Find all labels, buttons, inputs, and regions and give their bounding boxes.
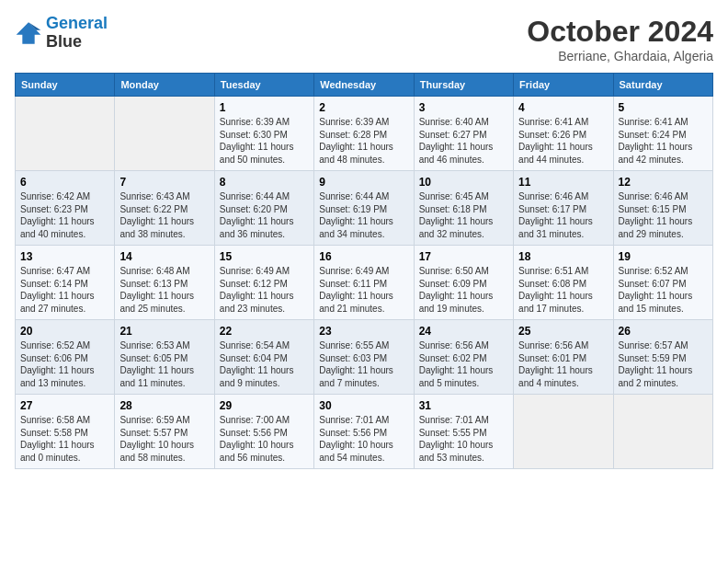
weekday-header-wednesday: Wednesday [314,74,414,97]
calendar-cell: 2 Sunrise: 6:39 AMSunset: 6:28 PMDayligh… [314,97,414,171]
cell-info: Sunrise: 6:59 AMSunset: 5:57 PMDaylight:… [119,414,209,464]
cell-info: Sunrise: 6:39 AMSunset: 6:28 PMDaylight:… [319,116,408,166]
cell-info: Sunrise: 6:50 AMSunset: 6:09 PMDaylight:… [419,265,508,315]
day-number: 3 [419,101,508,114]
day-number: 26 [619,325,708,338]
calendar-week-2: 6 Sunrise: 6:42 AMSunset: 6:23 PMDayligh… [16,171,713,246]
calendar-cell: 16 Sunrise: 6:49 AMSunset: 6:11 PMDaylig… [314,246,414,320]
calendar-cell: 11 Sunrise: 6:46 AMSunset: 6:17 PMDaylig… [514,171,613,246]
cell-info: Sunrise: 6:56 AMSunset: 6:02 PMDaylight:… [419,339,508,389]
title-block: October 2024 Berriane, Ghardaia, Algeria [527,15,713,63]
calendar-body: 1 Sunrise: 6:39 AMSunset: 6:30 PMDayligh… [16,97,713,469]
calendar-cell: 15 Sunrise: 6:49 AMSunset: 6:12 PMDaylig… [214,246,313,320]
day-number: 2 [319,101,408,114]
weekday-header-thursday: Thursday [414,74,513,97]
day-number: 12 [619,176,708,189]
day-number: 5 [619,101,708,114]
cell-info: Sunrise: 6:44 AMSunset: 6:19 PMDaylight:… [319,190,408,240]
calendar-cell: 17 Sunrise: 6:50 AMSunset: 6:09 PMDaylig… [414,246,513,320]
cell-info: Sunrise: 6:48 AMSunset: 6:13 PMDaylight:… [119,265,209,315]
weekday-header-monday: Monday [115,74,214,97]
calendar-cell: 3 Sunrise: 6:40 AMSunset: 6:27 PMDayligh… [414,97,513,171]
page-header: General Blue October 2024 Berriane, Ghar… [15,15,713,63]
calendar-week-5: 27 Sunrise: 6:58 AMSunset: 5:58 PMDaylig… [16,395,713,469]
day-number: 7 [119,176,209,189]
cell-info: Sunrise: 6:41 AMSunset: 6:26 PMDaylight:… [518,116,608,166]
cell-info: Sunrise: 7:01 AMSunset: 5:56 PMDaylight:… [319,414,408,464]
calendar-cell: 9 Sunrise: 6:44 AMSunset: 6:19 PMDayligh… [314,171,414,246]
cell-info: Sunrise: 6:45 AMSunset: 6:18 PMDaylight:… [419,190,508,240]
calendar-cell: 31 Sunrise: 7:01 AMSunset: 5:55 PMDaylig… [414,395,513,469]
cell-info: Sunrise: 6:58 AMSunset: 5:58 PMDaylight:… [20,414,109,464]
cell-info: Sunrise: 7:01 AMSunset: 5:55 PMDaylight:… [419,414,508,464]
calendar-cell: 30 Sunrise: 7:01 AMSunset: 5:56 PMDaylig… [314,395,414,469]
day-number: 17 [419,250,508,263]
cell-info: Sunrise: 6:54 AMSunset: 6:04 PMDaylight:… [220,339,309,389]
calendar-header: SundayMondayTuesdayWednesdayThursdayFrid… [16,74,713,97]
calendar-cell: 7 Sunrise: 6:43 AMSunset: 6:22 PMDayligh… [115,171,214,246]
day-number: 1 [220,101,309,114]
weekday-header-sunday: Sunday [16,74,115,97]
calendar-cell: 21 Sunrise: 6:53 AMSunset: 6:05 PMDaylig… [115,320,214,395]
calendar-cell: 27 Sunrise: 6:58 AMSunset: 5:58 PMDaylig… [16,395,115,469]
cell-info: Sunrise: 6:41 AMSunset: 6:24 PMDaylight:… [619,116,708,166]
weekday-row: SundayMondayTuesdayWednesdayThursdayFrid… [16,74,713,97]
calendar-week-4: 20 Sunrise: 6:52 AMSunset: 6:06 PMDaylig… [16,320,713,395]
cell-info: Sunrise: 6:52 AMSunset: 6:06 PMDaylight:… [20,339,109,389]
logo-text: General Blue [46,15,108,52]
cell-info: Sunrise: 6:42 AMSunset: 6:23 PMDaylight:… [20,190,109,240]
cell-info: Sunrise: 6:52 AMSunset: 6:07 PMDaylight:… [619,265,708,315]
logo-icon [15,19,42,47]
day-number: 22 [220,325,309,338]
day-number: 15 [220,250,309,263]
day-number: 30 [319,399,408,412]
cell-info: Sunrise: 6:53 AMSunset: 6:05 PMDaylight:… [119,339,209,389]
logo: General Blue [15,15,108,52]
calendar-cell: 1 Sunrise: 6:39 AMSunset: 6:30 PMDayligh… [214,97,313,171]
day-number: 27 [20,399,109,412]
cell-info: Sunrise: 6:40 AMSunset: 6:27 PMDaylight:… [419,116,508,166]
day-number: 18 [518,250,608,263]
cell-info: Sunrise: 6:49 AMSunset: 6:11 PMDaylight:… [319,265,408,315]
day-number: 29 [220,399,309,412]
cell-info: Sunrise: 6:39 AMSunset: 6:30 PMDaylight:… [220,116,309,166]
calendar-cell: 19 Sunrise: 6:52 AMSunset: 6:07 PMDaylig… [613,246,712,320]
calendar-cell: 10 Sunrise: 6:45 AMSunset: 6:18 PMDaylig… [414,171,513,246]
day-number: 20 [20,325,109,338]
day-number: 16 [319,250,408,263]
day-number: 9 [319,176,408,189]
day-number: 8 [220,176,309,189]
day-number: 11 [518,176,608,189]
cell-info: Sunrise: 6:43 AMSunset: 6:22 PMDaylight:… [119,190,209,240]
day-number: 6 [20,176,109,189]
calendar-cell: 22 Sunrise: 6:54 AMSunset: 6:04 PMDaylig… [214,320,313,395]
day-number: 14 [119,250,209,263]
calendar-week-1: 1 Sunrise: 6:39 AMSunset: 6:30 PMDayligh… [16,97,713,171]
month-year-title: October 2024 [527,15,713,49]
calendar-cell: 23 Sunrise: 6:55 AMSunset: 6:03 PMDaylig… [314,320,414,395]
cell-info: Sunrise: 6:51 AMSunset: 6:08 PMDaylight:… [518,265,608,315]
calendar-cell: 18 Sunrise: 6:51 AMSunset: 6:08 PMDaylig… [514,246,613,320]
calendar-cell: 4 Sunrise: 6:41 AMSunset: 6:26 PMDayligh… [514,97,613,171]
calendar-cell: 20 Sunrise: 6:52 AMSunset: 6:06 PMDaylig… [16,320,115,395]
calendar-cell [16,97,115,171]
calendar-table: SundayMondayTuesdayWednesdayThursdayFrid… [15,73,713,469]
calendar-cell: 24 Sunrise: 6:56 AMSunset: 6:02 PMDaylig… [414,320,513,395]
weekday-header-tuesday: Tuesday [214,74,313,97]
cell-info: Sunrise: 6:55 AMSunset: 6:03 PMDaylight:… [319,339,408,389]
cell-info: Sunrise: 6:46 AMSunset: 6:17 PMDaylight:… [518,190,608,240]
calendar-cell: 12 Sunrise: 6:46 AMSunset: 6:15 PMDaylig… [613,171,712,246]
calendar-cell [613,395,712,469]
calendar-cell: 5 Sunrise: 6:41 AMSunset: 6:24 PMDayligh… [613,97,712,171]
day-number: 4 [518,101,608,114]
day-number: 24 [419,325,508,338]
calendar-cell: 14 Sunrise: 6:48 AMSunset: 6:13 PMDaylig… [115,246,214,320]
weekday-header-friday: Friday [514,74,613,97]
cell-info: Sunrise: 6:44 AMSunset: 6:20 PMDaylight:… [220,190,309,240]
calendar-week-3: 13 Sunrise: 6:47 AMSunset: 6:14 PMDaylig… [16,246,713,320]
day-number: 13 [20,250,109,263]
day-number: 31 [419,399,508,412]
day-number: 21 [119,325,209,338]
calendar-cell [514,395,613,469]
cell-info: Sunrise: 6:49 AMSunset: 6:12 PMDaylight:… [220,265,309,315]
